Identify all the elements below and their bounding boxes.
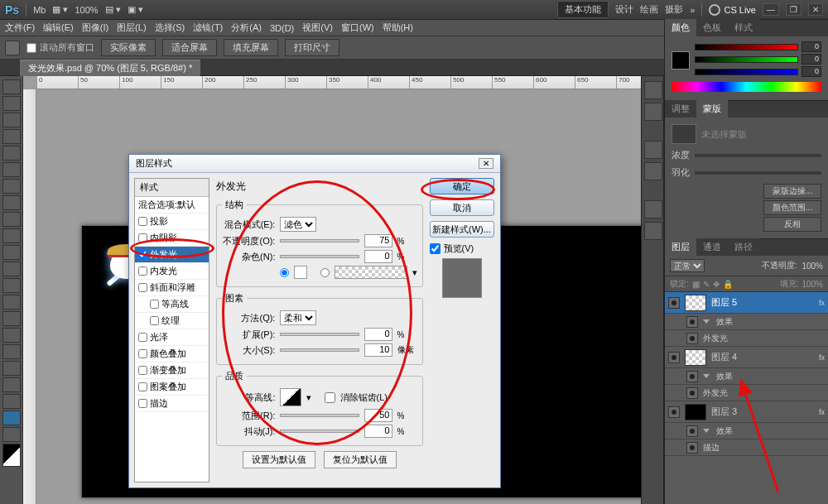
print-size-button[interactable]: 打印尺寸 [285,39,339,56]
range-value[interactable]: 50 [364,409,392,422]
preview-checkbox[interactable]: 预览(V) [430,242,496,255]
jitter-value[interactable]: 0 [364,425,392,438]
outer-glow[interactable]: 外发光 [135,247,209,263]
mb-icon[interactable]: Mb [33,5,46,15]
color-range-button[interactable]: 颜色范围... [763,200,821,215]
menu-edit[interactable]: 编辑(E) [43,22,74,34]
heal-tool[interactable] [2,179,21,194]
opacity-value[interactable]: 100% [802,262,823,271]
layer-effects[interactable]: 效果 [665,423,828,439]
size-slider[interactable] [280,348,359,352]
feather-slider[interactable] [695,171,821,175]
b-value[interactable]: 0 [802,66,821,77]
fg-bg-swatch[interactable] [2,444,21,467]
workspace-more[interactable]: » [690,5,695,15]
color-overlay[interactable]: 颜色叠加 [135,346,209,362]
opacity-value[interactable]: 75 [364,234,392,247]
eyedropper-tool[interactable] [2,162,21,177]
doc-layout-icon[interactable]: ▦ ▾ [52,4,68,15]
shape-tool[interactable] [2,361,21,376]
spread-value[interactable]: 0 [364,328,392,341]
menu-file[interactable]: 文件(F) [5,22,35,34]
visibility-icon[interactable] [686,333,698,344]
dock-icon[interactable] [644,81,662,99]
menu-analysis[interactable]: 分析(A) [231,22,262,34]
r-value[interactable]: 0 [802,41,821,52]
contour[interactable]: 等高线 [135,296,209,313]
noise-slider[interactable] [280,255,359,258]
fill-screen-button[interactable]: 填充屏幕 [224,39,278,56]
workspace-draw[interactable]: 绘画 [640,3,658,16]
color-swatch[interactable] [672,51,690,70]
blur-tool[interactable] [2,278,21,293]
blend-mode-select[interactable]: 滤色 [280,217,316,232]
anti-alias-checkbox[interactable] [325,392,335,403]
style-list-header[interactable]: 样式 [135,179,209,197]
visibility-icon[interactable] [686,425,698,437]
fill-value[interactable]: 100% [802,280,823,289]
contour-picker[interactable] [280,388,301,406]
lock-icon[interactable]: ▦ [692,280,700,289]
visibility-icon[interactable] [668,297,680,309]
menu-view[interactable]: 视图(V) [302,22,333,34]
glow-gradient[interactable] [335,266,407,279]
opacity-slider[interactable] [280,239,359,242]
texture[interactable]: 纹理 [135,313,209,329]
view-icon[interactable]: ▤ ▾ [105,4,121,15]
visibility-icon[interactable] [668,406,680,418]
menu-select[interactable]: 选择(S) [155,22,185,34]
workspace-design[interactable]: 设计 [615,3,633,16]
actual-pixels-button[interactable]: 实际像素 [101,39,156,56]
blending-options[interactable]: 混合选项:默认 [135,197,209,214]
blend-mode-select[interactable]: 正常 [670,259,705,272]
menu-filter[interactable]: 滤镜(T) [193,22,223,34]
menu-layer[interactable]: 图层(L) [117,22,146,34]
color-radio[interactable] [280,268,289,277]
tab-adjust[interactable]: 调整 [665,100,696,118]
satin[interactable]: 光泽 [135,329,209,346]
cancel-button[interactable]: 取消 [430,199,494,216]
size-value[interactable]: 10 [364,343,392,357]
tab-swatches[interactable]: 色板 [696,19,728,36]
brush-tool[interactable] [2,195,21,210]
layer-effects[interactable]: 效果 [665,368,828,385]
wand-tool[interactable] [2,129,21,144]
dock-icon[interactable] [644,162,662,180]
pattern-overlay[interactable]: 图案叠加 [135,379,209,396]
tab-channels[interactable]: 通道 [696,238,728,256]
lock-icon[interactable]: 🔒 [723,280,733,289]
marquee-tool[interactable] [2,96,21,111]
layer-effect-outer-glow[interactable]: 外发光 [665,385,828,401]
inner-shadow[interactable]: 内阴影 [135,230,209,247]
fit-screen-button[interactable]: 适合屏幕 [162,39,217,56]
ok-button[interactable]: 确定 [430,178,494,194]
bevel-emboss[interactable]: 斜面和浮雕 [135,280,209,296]
spread-slider[interactable] [280,333,359,336]
tab-paths[interactable]: 路径 [728,238,759,256]
drop-shadow[interactable]: 投影 [135,214,209,230]
type-tool[interactable] [2,328,21,343]
history-brush-tool[interactable] [2,228,21,243]
pen-tool[interactable] [2,311,21,326]
stroke-style[interactable]: 描边 [135,396,209,412]
density-slider[interactable] [695,154,821,157]
gradient-overlay[interactable]: 渐变叠加 [135,362,209,379]
document-tab[interactable]: 发光效果.psd @ 70% (图层 5, RGB/8#) * [20,60,200,76]
gradient-tool[interactable] [2,262,21,276]
menu-window[interactable]: 窗口(W) [341,22,374,34]
workspace-photo[interactable]: 摄影 [665,3,683,16]
layer-row[interactable]: 图层 4fx [665,347,828,368]
r-slider[interactable] [695,44,798,50]
glow-color-swatch[interactable] [294,266,307,279]
tab-color[interactable]: 颜色 [665,19,696,36]
win-close[interactable]: ✕ [808,3,823,16]
set-default-button[interactable]: 设置为默认值 [243,451,315,468]
tab-mask[interactable]: 蒙版 [696,100,728,118]
menu-3d[interactable]: 3D(D) [270,23,294,33]
inner-glow[interactable]: 内发光 [135,263,209,280]
lasso-tool[interactable] [2,113,21,127]
reset-default-button[interactable]: 复位为默认值 [324,451,397,468]
menu-image[interactable]: 图像(I) [82,22,108,34]
b-slider[interactable] [695,69,798,75]
lock-icon[interactable]: ✥ [713,280,720,289]
